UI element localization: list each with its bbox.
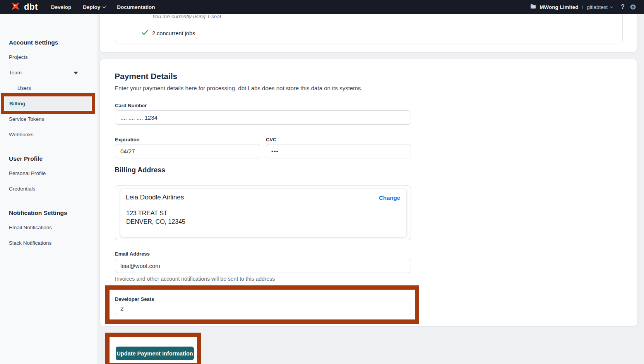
annotation-box-update-button: Update Payment Information [105,333,201,364]
help-icon[interactable]: ? [621,3,625,10]
update-payment-button[interactable]: Update Payment Information [116,347,194,360]
brand-name: dbt [24,2,38,12]
sidebar-item-slack-notifications[interactable]: Slack Notifications [0,240,98,246]
sidebar-item-personal-profile[interactable]: Personal Profile [0,170,98,177]
card-number-label: Card Number [115,103,147,108]
email-address-label: Email Address [115,251,150,257]
sidebar-item-team[interactable]: Team [0,70,98,76]
billing-address-card: Leia Doodle Airlines Change 123 TREAT ST… [120,189,407,237]
email-address-input[interactable] [115,259,411,273]
nav-menu: Develop Deploy Documentation [51,4,155,10]
sidebar-heading-user-profile: User Profile [0,155,98,162]
payment-details-description: Enter your payment details here for proc… [115,85,362,91]
folder-icon [530,3,536,10]
expiration-input[interactable] [115,144,260,158]
billing-address-company: Leia Doodle Airlines [126,194,184,201]
top-nav: dbt Develop Deploy Documentation MWong L… [0,0,644,14]
annotation-box-billing: Billing [1,93,95,114]
billing-address-lines: 123 TREAT ST DENVER, CO, 12345 [126,209,185,226]
expiration-label: Expiration [115,137,140,143]
developer-seats-input[interactable] [115,302,411,315]
sidebar-item-credentials[interactable]: Credentials [0,186,98,192]
seat-usage-note: You are currently using 1 seat [152,14,221,19]
dbt-logo[interactable]: dbt [10,1,38,13]
nav-item-develop[interactable]: Develop [51,4,72,10]
billing-address-box: Leia Doodle Airlines Change 123 TREAT ST… [115,185,411,240]
caret-down-icon [74,72,78,74]
plan-feature-text: 2 concurrent jobs [152,30,195,36]
change-address-link[interactable]: Change [379,194,400,201]
billing-address-line2: DENVER, CO, 12345 [126,218,185,226]
sidebar-item-webhooks[interactable]: Webhooks [0,132,98,138]
chevron-down-icon [610,5,613,8]
breadcrumb-separator: / [582,4,584,10]
account-name[interactable]: MWong Limited [540,4,578,10]
sidebar-item-email-notifications[interactable]: Email Notifications [0,225,98,231]
sidebar-heading-notification-settings: Notification Settings [0,209,98,216]
nav-right: MWong Limited / gitlabtest ? ⚙ [530,3,636,11]
billing-address-line1: 123 TREAT ST [126,209,185,218]
dbt-logo-icon [10,1,21,13]
billing-address-heading: Billing Address [115,166,165,174]
page: You are currently using 1 seat 2 concurr… [0,0,644,364]
cvc-input[interactable] [266,144,411,158]
sidebar: Account Settings Projects Team Users Bil… [0,14,98,364]
cvc-label: CVC [266,137,276,143]
nav-item-deploy[interactable]: Deploy [83,4,105,10]
card-number-input[interactable] [115,110,411,125]
chevron-down-icon [103,5,106,8]
email-helper-text: Invoices and other account notifications… [115,276,275,282]
sidebar-item-service-tokens[interactable]: Service Tokens [0,116,98,122]
sidebar-item-users[interactable]: Users [0,85,98,91]
sidebar-item-projects[interactable]: Projects [0,54,98,60]
check-icon [142,30,148,37]
sidebar-item-billing[interactable]: Billing [4,96,92,111]
project-selector[interactable]: gitlabtest [587,4,613,10]
developer-seats-label: Developer Seats [115,296,154,302]
nav-item-documentation[interactable]: Documentation [117,4,155,10]
gear-icon[interactable]: ⚙ [630,3,636,11]
payment-details-card: Payment Details Enter your payment detai… [99,59,637,326]
sidebar-heading-account-settings: Account Settings [0,14,98,46]
payment-details-title: Payment Details [115,72,177,81]
